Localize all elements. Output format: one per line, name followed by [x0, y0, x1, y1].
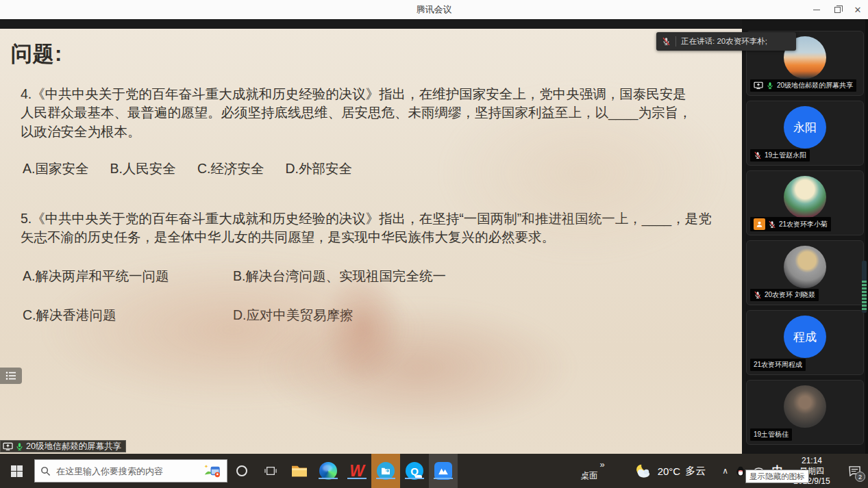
- q5-option-c: C.解决香港问题: [23, 306, 233, 324]
- task-view-icon: [264, 465, 277, 476]
- participant-name-tag: 20级地信郝燚的屏幕共享: [750, 79, 856, 92]
- mountains-glyph: [438, 467, 449, 475]
- mic-muted-icon[interactable]: [662, 37, 671, 46]
- close-icon: ✕: [854, 5, 862, 15]
- tray-show-hidden-chevron[interactable]: ∧: [722, 466, 728, 476]
- close-button[interactable]: ✕: [847, 0, 868, 19]
- participants-sidebar: 20级地信郝燚的屏幕共享 永阳 19土管赵永阳: [742, 19, 868, 454]
- list-icon: [5, 371, 16, 381]
- participant-tile[interactable]: 21农资环李小菊: [746, 170, 864, 235]
- participant-name-tag: 20农资环 刘晓燚: [750, 289, 819, 301]
- moon-cloud-icon: [632, 463, 653, 479]
- tencent-meeting-window: 腾讯会议 ✕ 问题: 4.《中共中央关于党的百年奋斗重大成就和历史经验的决议》指…: [0, 0, 868, 488]
- participant-name: 19土管杨佳: [754, 430, 789, 439]
- meeting-app-area: 问题: 4.《中共中央关于党的百年奋斗重大成就和历史经验的决议》指出，在维护国家…: [0, 19, 868, 454]
- restore-button[interactable]: [827, 0, 847, 19]
- q4-option-b: B.人民安全: [110, 159, 175, 178]
- mic-on-icon: [766, 81, 774, 90]
- running-app-underline: [405, 478, 424, 479]
- title-bar: 腾讯会议 ✕: [0, 0, 868, 19]
- question-5-options: A.解决两岸和平统一问题 B.解决台湾问题、实现祖国完全统一 C.解决香港问题 …: [23, 267, 742, 324]
- banner-divider: [675, 36, 676, 47]
- cortana-button[interactable]: [227, 454, 256, 488]
- sidebar-scrollbar[interactable]: [865, 19, 868, 454]
- file-explorer-icon: [290, 463, 308, 478]
- mic-muted-icon: [768, 220, 776, 229]
- participant-name: 20级地信郝燚的屏幕共享: [777, 81, 853, 90]
- taskbar-spacer: [458, 454, 580, 488]
- start-button[interactable]: [0, 454, 33, 488]
- tray-tooltip: 显示隐藏的图标: [745, 470, 809, 483]
- mic-on-icon: [15, 442, 24, 451]
- file-explorer-button[interactable]: [285, 454, 314, 488]
- participant-tile[interactable]: 19土管杨佳: [746, 380, 864, 445]
- wps-office-button[interactable]: W: [343, 454, 371, 488]
- participant-name: 20农资环 刘晓燚: [765, 290, 815, 300]
- search-input[interactable]: [56, 466, 198, 476]
- q5-option-a: A.解决两岸和平统一问题: [23, 267, 233, 285]
- svg-text:✦: ✦: [204, 463, 208, 470]
- action-center-button[interactable]: 2: [841, 454, 868, 488]
- participant-tile[interactable]: 程成 21农资环周程成: [746, 310, 864, 375]
- search-icon: [40, 466, 51, 476]
- desktop-toolbar-label[interactable]: 桌面: [580, 470, 597, 482]
- now-speaking-text: 正在讲话: 20农资环李朴;: [681, 36, 767, 47]
- participant-name-tag: 21农资环李小菊: [750, 217, 831, 231]
- outline-panel-toggle[interactable]: [0, 368, 22, 384]
- q4-option-d: D.外部安全: [285, 159, 352, 178]
- participant-name: 21农资环周程成: [754, 360, 802, 370]
- participant-avatar-photo: [784, 385, 826, 428]
- window-title: 腾讯会议: [417, 3, 452, 16]
- edge-browser-button[interactable]: [314, 454, 343, 488]
- q5-option-b: B.解决台湾问题、实现祖国完全统一: [233, 267, 742, 285]
- participant-name: 19土管赵永阳: [765, 151, 806, 160]
- now-speaking-banner: 正在讲话: 20农资环李朴;: [656, 32, 796, 51]
- screen-share-icon: [754, 81, 763, 90]
- qq-penguin-icon[interactable]: [736, 466, 745, 476]
- desktop-toolbar[interactable]: » 桌面: [580, 454, 604, 488]
- participant-avatar-initials: 永阳: [784, 106, 826, 149]
- running-app-underline: [434, 478, 453, 479]
- search-highlights-weather-icon: ✦: [203, 463, 221, 478]
- question-5-text: 5.《中共中央关于党的百年奋斗重大成就和历史经验的决议》指出，在坚持“一国两制”…: [21, 209, 712, 247]
- participant-tile[interactable]: 永阳 19土管赵永阳: [746, 101, 864, 166]
- qq-browser-button[interactable]: Q: [400, 454, 429, 488]
- wps-icon: W: [349, 463, 364, 479]
- participant-avatar-initials: 程成: [784, 316, 826, 358]
- minimize-button[interactable]: [806, 0, 827, 19]
- attention-app-button[interactable]: [371, 454, 400, 488]
- clock-time: 21:14: [802, 456, 822, 466]
- shared-screen-slide: 问题: 4.《中共中央关于党的百年奋斗重大成就和历史经验的决议》指出，在维护国家…: [0, 29, 742, 454]
- restore-icon: [834, 7, 841, 13]
- participant-avatar-photo: [784, 176, 826, 218]
- mic-muted-icon: [754, 151, 762, 159]
- window-controls: ✕: [806, 0, 868, 19]
- participant-name: 21农资环李小菊: [779, 220, 828, 229]
- participant-name-tag: 19土管杨佳: [750, 428, 792, 441]
- mic-muted-icon: [754, 291, 762, 299]
- q4-option-a: A.国家安全: [23, 159, 88, 178]
- audio-level-bars: [862, 281, 867, 311]
- toolbar-overflow-chevron[interactable]: »: [599, 460, 604, 469]
- folder-share-icon: [381, 467, 390, 475]
- screen-share-badge: 20级地信郝燚的屏幕共享: [0, 440, 126, 452]
- question-4-options: A.国家安全 B.人民安全 C.经济安全 D.外部安全: [23, 159, 742, 178]
- slide-heading: 问题:: [11, 40, 742, 68]
- taskbar-search-box[interactable]: ✦: [34, 459, 227, 483]
- cortana-icon: [236, 465, 247, 476]
- participant-name-tag: 21农资环周程成: [750, 359, 806, 371]
- notification-count-badge: 2: [855, 472, 865, 482]
- participant-name-tag: 19土管赵永阳: [750, 149, 810, 162]
- weather-widget[interactable]: 20°C 多云: [632, 454, 706, 488]
- q5-option-d: D.应对中美贸易摩擦: [233, 306, 742, 324]
- minimize-icon: [813, 10, 820, 10]
- share-badge-label: 20级地信郝燚的屏幕共享: [26, 441, 121, 452]
- running-app-underline: [319, 478, 338, 479]
- weather-temp: 20°C: [658, 465, 681, 477]
- weather-condition: 多云: [685, 465, 706, 478]
- task-view-button[interactable]: [256, 454, 285, 488]
- windows-taskbar: ✦ W: [0, 454, 868, 488]
- participant-tile[interactable]: 20农资环 刘晓燚: [746, 240, 864, 305]
- screen-share-icon: [3, 442, 13, 451]
- tencent-meeting-taskbar-button[interactable]: [429, 454, 458, 488]
